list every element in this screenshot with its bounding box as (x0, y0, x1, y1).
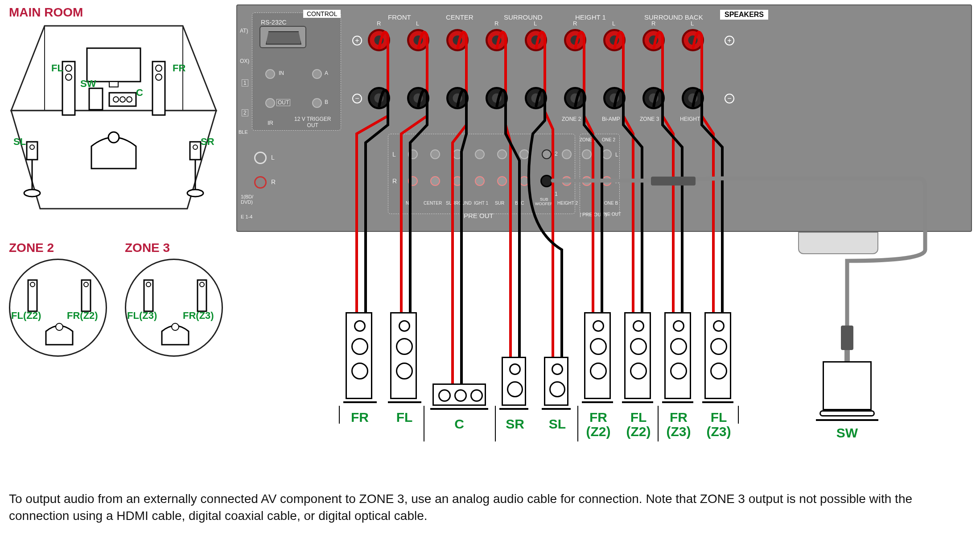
bp-surr-r-pos (486, 29, 508, 51)
bp-center-pos (446, 29, 469, 51)
zp-z2: ONE 2 (602, 137, 615, 142)
svg-point-7 (66, 65, 72, 71)
label-sw: SW (80, 78, 96, 90)
zp-lrow-r: R (615, 178, 619, 185)
ul-sw: SW (827, 426, 867, 440)
lbl-ble: BLE (239, 129, 248, 135)
receiver-lip (798, 232, 878, 254)
po-lbl-nt: NT (406, 201, 412, 206)
zp-lbl-i: | PRE OUT | (580, 212, 607, 217)
rl-f-r: R (377, 20, 381, 27)
bp-surr-l-pos (525, 29, 547, 51)
ul-fl: FL (384, 410, 424, 425)
spk-flz3 (704, 312, 731, 399)
spk-frz2 (584, 312, 611, 399)
lbl-ox: OX) (240, 58, 249, 64)
bp-surr-r-neg (486, 87, 508, 109)
ul-fr: FR (340, 410, 380, 425)
lbl-preout: PRE OUT (464, 212, 494, 219)
svg-point-32 (146, 282, 151, 287)
spk-flz2 (624, 312, 651, 399)
plus-right: + (725, 36, 734, 45)
svg-rect-4 (87, 48, 140, 82)
label-b: B (325, 99, 328, 105)
zp-lbl-zoneB: ONE B (604, 201, 618, 206)
bp-front-l-pos (407, 29, 429, 51)
rl-s-l: L (534, 20, 537, 27)
grp-center: CENTER (446, 13, 474, 21)
svg-point-11 (156, 74, 162, 80)
label-control: CONTROL (303, 10, 341, 18)
zp-lrow-l: L (615, 152, 618, 158)
spk-sw-base (819, 410, 875, 416)
ul-sr: SR (495, 417, 535, 431)
plus-left: + (352, 36, 362, 45)
svg-rect-5 (109, 82, 118, 87)
svg-point-34 (200, 282, 204, 287)
label-ir-out: OUT (276, 99, 290, 106)
label-a: A (325, 70, 328, 76)
svg-rect-38 (844, 350, 850, 361)
heading-main-room: MAIN ROOM (9, 5, 83, 20)
po-lbl-sur: SURROUND (446, 201, 472, 206)
po-4r (475, 176, 485, 186)
preout-r: R (392, 177, 397, 185)
po-lbl-h1: IGHT 1 (474, 201, 488, 206)
bp-surr-l-neg (525, 87, 547, 109)
po-1r (408, 176, 418, 186)
po-lbl-h2: HEIGHT 2 (557, 201, 578, 206)
lbl-2: 2 (242, 109, 248, 116)
bp-sb-l-pos (682, 29, 704, 51)
label-fr: FR (173, 62, 185, 74)
grp-height1: HEIGHT 1 (575, 13, 606, 21)
bp-front-r-neg (368, 87, 390, 109)
label-fl: FL (51, 62, 63, 74)
po-sw1-plugged (540, 175, 553, 187)
ul-sl: SL (537, 417, 577, 431)
zp-lbl-neout: NE OUT (604, 212, 621, 217)
bp-sb-r-neg (642, 87, 665, 109)
bp-h1-l-pos (603, 29, 626, 51)
svg-rect-37 (841, 326, 853, 350)
svg-point-25 (187, 190, 203, 197)
po-lbl-sur2: SUR (495, 201, 504, 206)
label-sl: SL (13, 136, 26, 148)
rca-bd-l (254, 152, 267, 164)
bar-sl (542, 408, 571, 410)
label-rs232c: RS-232C (261, 19, 287, 26)
ul-flz2: FL (Z2) (618, 410, 659, 438)
zp-z2-r (602, 176, 612, 186)
bp-sb-r-pos (642, 29, 665, 51)
rs232c-port (259, 26, 306, 48)
label-trigger: 12 V TRIGGER OUT (294, 116, 331, 128)
zp-z2-l (602, 149, 612, 159)
svg-point-14 (113, 97, 119, 102)
sublbl-zone2: ZONE 2 (562, 116, 581, 122)
po-sw-num1: 1 (555, 191, 558, 197)
svg-point-27 (30, 282, 35, 287)
bp-front-l-neg (407, 87, 429, 109)
zp-z3-l (582, 149, 592, 159)
minus-right: − (725, 94, 734, 103)
svg-point-16 (127, 97, 132, 102)
po-1l (408, 149, 418, 159)
bp-h1-r-neg (564, 87, 586, 109)
ul-frz3: FR (Z3) (659, 410, 699, 438)
bar-flz2 (622, 401, 653, 403)
svg-point-29 (84, 282, 88, 287)
main-room-box (9, 21, 218, 215)
svg-point-17 (108, 132, 119, 143)
po-lbl-cen: CENTER (424, 201, 442, 206)
lbl-e14: E 1-4 (241, 214, 252, 219)
heading-zone2: ZONE 2 (9, 241, 54, 255)
label-frz2: FR(Z2) (67, 310, 98, 322)
sublbl-biamp: Bi-AMP (602, 116, 620, 122)
bar-fl (388, 401, 421, 403)
svg-point-23 (193, 145, 198, 149)
po-sw2 (542, 149, 552, 159)
rca-bd-r (254, 176, 267, 189)
po-h2-r (562, 176, 572, 186)
spk-sw (823, 361, 872, 410)
bar-fr (343, 401, 377, 403)
spk-fl (390, 312, 417, 399)
